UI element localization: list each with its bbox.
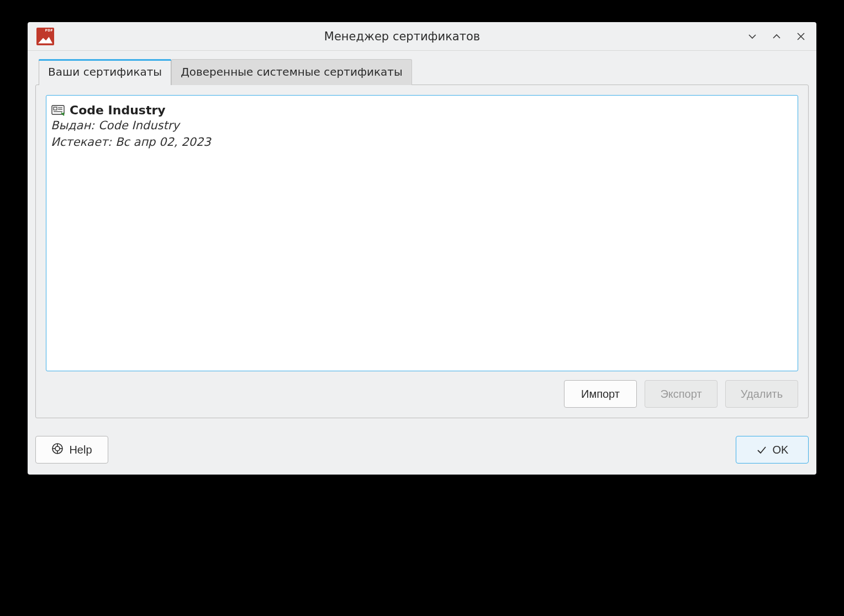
dialog-window: Менеджер сертификатов Ваши сертификаты Д… — [28, 22, 816, 475]
dialog-footer: Help OK — [28, 426, 816, 475]
dialog-body: Ваши сертификаты Доверенные системные се… — [28, 51, 816, 426]
close-button[interactable] — [794, 30, 808, 43]
import-button[interactable]: Импорт — [564, 380, 637, 408]
delete-button[interactable]: Удалить — [725, 380, 798, 408]
tab-your-certificates[interactable]: Ваши сертификаты — [39, 59, 171, 85]
check-icon — [756, 444, 767, 455]
svg-rect-3 — [54, 107, 57, 110]
help-icon — [51, 443, 64, 457]
button-label: OK — [773, 444, 789, 456]
button-label: Импорт — [581, 388, 620, 401]
tab-panel: Code Industry Выдан: Code Industry Истек… — [35, 85, 809, 418]
tab-label: Доверенные системные сертификаты — [181, 65, 403, 78]
certificate-icon — [51, 104, 66, 117]
window-controls — [746, 30, 808, 43]
issued-value: Code Industry — [98, 119, 180, 132]
certificate-name: Code Industry — [70, 103, 166, 117]
maximize-button[interactable] — [770, 30, 783, 43]
ok-button[interactable]: OK — [736, 436, 809, 464]
close-icon — [795, 31, 806, 42]
certificate-actions: Импорт Экспорт Удалить — [46, 380, 798, 408]
svg-point-8 — [55, 446, 60, 451]
tab-bar: Ваши сертификаты Доверенные системные се… — [35, 59, 809, 85]
titlebar: Менеджер сертификатов — [28, 22, 816, 51]
chevron-down-icon — [747, 31, 758, 42]
expires-label: Истекает: — [51, 135, 112, 149]
tab-trusted-system-certificates[interactable]: Доверенные системные сертификаты — [171, 59, 412, 85]
button-label: Экспорт — [660, 388, 701, 401]
issued-label: Выдан: — [51, 119, 94, 132]
certificate-expires: Истекает: Вс апр 02, 2023 — [51, 134, 793, 150]
window-title: Менеджер сертификатов — [59, 30, 746, 43]
expires-value: Вс апр 02, 2023 — [115, 135, 211, 149]
button-label: Удалить — [741, 388, 783, 401]
tab-label: Ваши сертификаты — [48, 65, 162, 78]
app-icon — [36, 28, 54, 45]
help-button[interactable]: Help — [35, 436, 108, 464]
minimize-button[interactable] — [746, 30, 759, 43]
export-button[interactable]: Экспорт — [645, 380, 718, 408]
button-label: Help — [69, 444, 92, 456]
chevron-up-icon — [771, 31, 782, 42]
certificate-issued: Выдан: Code Industry — [51, 117, 793, 134]
certificate-item[interactable]: Code Industry Выдан: Code Industry Истек… — [50, 102, 794, 152]
certificate-list[interactable]: Code Industry Выдан: Code Industry Истек… — [46, 95, 798, 371]
